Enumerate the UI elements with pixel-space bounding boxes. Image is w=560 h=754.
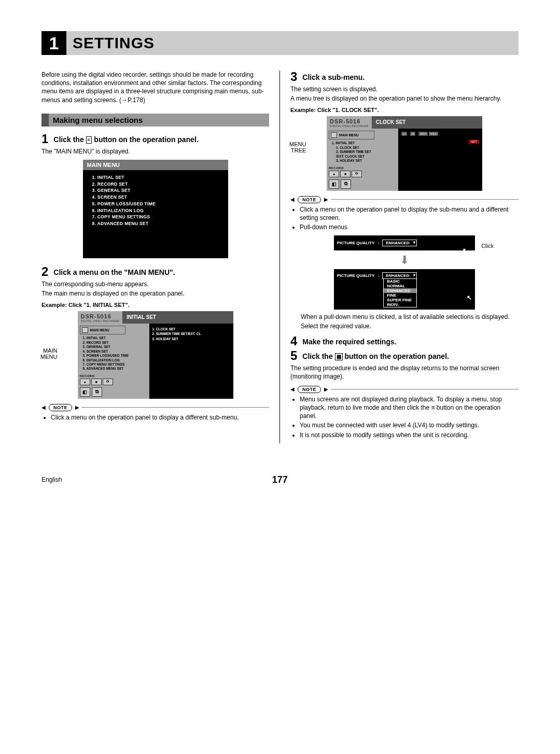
step-2-title: Click a menu on the "MAIN MENU". bbox=[53, 266, 175, 277]
dsr-subtitle: DIGITAL VIDEO RECORDER bbox=[330, 124, 369, 128]
pq-options: BASIC NORMAL ENHANCED FINE SUPER FINE IN… bbox=[383, 278, 417, 308]
step-3-example: Example: Click "1. CLOCK SET". bbox=[290, 107, 519, 113]
month-select: 10 bbox=[401, 132, 407, 136]
pq-select-closed: ENHANCED bbox=[382, 240, 417, 246]
note-row: ◀ NOTE ▶ bbox=[41, 404, 269, 411]
intro-paragraph: Before using the digital video recorder,… bbox=[41, 71, 269, 104]
cursor-icon: ↖ bbox=[467, 294, 472, 301]
note-1-list: Click a menu on the operation panel to d… bbox=[41, 413, 269, 422]
menu-item: 4. SCREEN SET bbox=[92, 194, 223, 201]
dsr-initial-screenshot: DSR-5016 DIGITAL VIDEO RECORDER INITIAL … bbox=[78, 311, 233, 399]
dsr-tree: 1. INITIAL SET 1. CLOCK SET 2. SUMMER TI… bbox=[329, 141, 396, 163]
clock-date-row: 10 - 26 - 2005 WED bbox=[401, 132, 479, 136]
step-1-title: Click the ≡ button on the operation pane… bbox=[53, 133, 198, 144]
note-arrow-left-icon: ◀ bbox=[290, 386, 295, 392]
pq-label: PICTURE QUALITY bbox=[337, 273, 374, 278]
menu-item: 2. RECORD SET bbox=[92, 181, 223, 188]
dsr-panel-title: CLOCK SET bbox=[372, 116, 482, 129]
step-3: 3 Click a sub-menu. bbox=[290, 71, 519, 83]
pq-option: BASIC bbox=[384, 279, 416, 284]
tool-icons: ◧ ⧉ bbox=[329, 179, 396, 189]
step-2-example: Example: Click "1. INITIAL SET". bbox=[41, 302, 269, 308]
step-5-title: Click the ▦ button on the operation pane… bbox=[302, 350, 449, 361]
chapter-heading: SETTINGS bbox=[66, 31, 519, 55]
page-number: 177 bbox=[272, 474, 288, 485]
menu-list-icon: ≡ bbox=[86, 136, 92, 144]
note-bullet: Pull-down menus bbox=[300, 223, 519, 231]
chapter-title: 1 SETTINGS bbox=[41, 31, 519, 55]
list-icon bbox=[82, 327, 88, 333]
pq-option: FINE bbox=[384, 293, 416, 298]
click-callout: Click bbox=[481, 243, 494, 249]
note-arrow-left-icon: ◀ bbox=[41, 404, 46, 410]
play-icon: ⟳ bbox=[103, 379, 113, 385]
footer-language: English bbox=[41, 476, 62, 483]
dsr-side-list: 1. INITIAL SET 2. RECORD SET 3. GENERAL … bbox=[80, 336, 147, 371]
menu-item: 7. COPY MENU SETTINGS bbox=[92, 214, 223, 220]
menu-item: 1. INITIAL SET bbox=[92, 174, 223, 181]
stop-icon: ■ bbox=[340, 171, 351, 177]
list-icon bbox=[331, 132, 337, 138]
menu-item: 3. GENERAL SET bbox=[92, 187, 223, 194]
step-3-title: Click a sub-menu. bbox=[302, 71, 365, 82]
step-1-body: The "MAIN MENU" is displayed. bbox=[41, 147, 269, 156]
main-menu-header: MAIN MENU bbox=[83, 160, 228, 170]
note-arrow-right-icon: ▶ bbox=[324, 197, 328, 202]
note-bullet: Click a menu on the operation panel to d… bbox=[300, 205, 519, 222]
record-label: RECORD bbox=[329, 166, 396, 170]
step-4-title: Make the required settings. bbox=[302, 335, 396, 346]
step-2: 2 Click a menu on the "MAIN MENU". bbox=[41, 266, 269, 278]
page-footer: English 177 bbox=[41, 474, 519, 485]
tool-icons: ◧ ⧉ bbox=[80, 387, 147, 397]
dsr-submenu-list: 1. CLOCK SET 2. SUMMER TIME SET/EXT. CL … bbox=[152, 327, 230, 341]
pq-body-1: When a pull-down menu is clicked, a list… bbox=[301, 313, 519, 321]
step-number: 1 bbox=[41, 133, 48, 145]
transport-controls: ● ■ ⟳ bbox=[329, 171, 396, 177]
note-bullet: Menu screens are not displayed during pl… bbox=[300, 395, 519, 421]
pq-option: SUPER FINE bbox=[384, 298, 416, 302]
note-arrow-left-icon: ◀ bbox=[290, 197, 295, 202]
step-4: 4 Make the required settings. bbox=[290, 335, 519, 347]
year-select: 2005 bbox=[418, 132, 427, 136]
pulldown-closed: Click PICTURE QUALITY : ENHANCED ↖ bbox=[334, 235, 475, 250]
menu-item: 5. POWER LOSS/USED TIME bbox=[92, 201, 223, 207]
note-arrow-right-icon: ▶ bbox=[75, 404, 79, 410]
chapter-number: 1 bbox=[41, 31, 66, 55]
note-row: ◀ NOTE ▶ bbox=[290, 386, 519, 393]
tool-icon: ⧉ bbox=[92, 387, 102, 397]
step-number: 3 bbox=[290, 71, 297, 83]
note-2-list: Click a menu on the operation panel to d… bbox=[290, 205, 519, 232]
step-number: 4 bbox=[290, 335, 297, 347]
record-icon: ● bbox=[329, 171, 339, 177]
pq-select-open: ENHANCED bbox=[382, 272, 417, 279]
down-arrow-icon: ⬇ bbox=[290, 254, 519, 267]
pq-label: PICTURE QUALITY bbox=[337, 241, 374, 245]
step-5: 5 Click the ▦ button on the operation pa… bbox=[290, 350, 519, 362]
main-menu-items: 1. INITIAL SET 2. RECORD SET 3. GENERAL … bbox=[83, 170, 228, 258]
tool-icon: ◧ bbox=[329, 179, 339, 189]
live-icon: ▦ bbox=[335, 353, 343, 360]
note-bullet: Click a menu on the operation panel to d… bbox=[51, 413, 269, 422]
pq-option: NORMAL bbox=[384, 284, 416, 288]
note-label: NOTE bbox=[298, 386, 321, 393]
note-3-list: Menu screens are not displayed during pl… bbox=[290, 395, 519, 439]
step-number: 2 bbox=[41, 266, 48, 278]
note-arrow-right-icon: ▶ bbox=[324, 386, 328, 392]
cursor-icon: ↖ bbox=[463, 247, 468, 254]
step-3-body-2: A menu tree is displayed on the operatio… bbox=[290, 94, 519, 103]
pq-option: INDIV. bbox=[384, 302, 416, 307]
note-label: NOTE bbox=[298, 196, 321, 203]
pulldown-open: PICTURE QUALITY : ENHANCED BASIC NORMAL … bbox=[334, 269, 475, 310]
note-bullet: You must be connected with user level 4 … bbox=[300, 421, 519, 429]
note-label: NOTE bbox=[49, 404, 72, 411]
dsr-subtitle: DIGITAL VIDEO RECORDER bbox=[81, 319, 120, 323]
step-2-body-1: The corresponding sub-menu appears. bbox=[41, 280, 269, 288]
pq-body-2: Select the required value. bbox=[301, 322, 519, 330]
step-1: 1 Click the ≡ button on the operation pa… bbox=[41, 133, 269, 145]
play-icon: ⟳ bbox=[352, 171, 362, 177]
dsr-panel-title: INITIAL SET bbox=[122, 311, 233, 324]
step-number: 5 bbox=[290, 350, 297, 362]
menu-tree-callout: MENU TREE bbox=[289, 141, 306, 153]
record-icon: ● bbox=[80, 379, 90, 385]
step-2-body-2: The main menu is displayed on the operat… bbox=[41, 289, 269, 298]
